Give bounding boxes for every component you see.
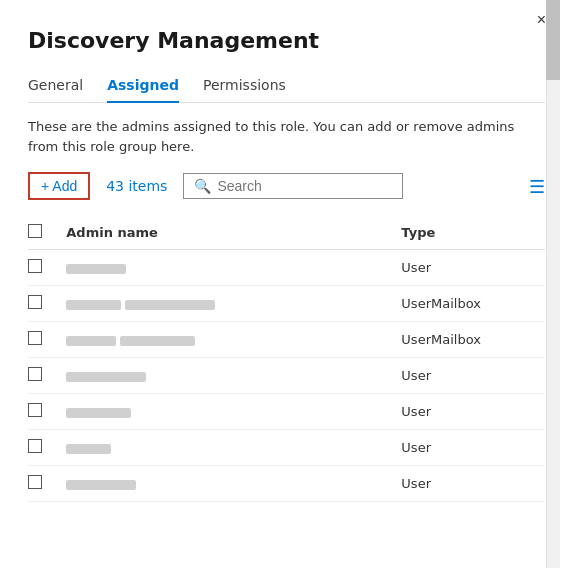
col-header-checkbox: [28, 216, 66, 250]
row-checkbox[interactable]: [28, 439, 42, 453]
admin-name-cell: [66, 250, 401, 286]
admin-table: Admin name Type User UserMailbox UserMai…: [28, 216, 545, 502]
admin-name-cell: [66, 322, 401, 358]
row-checkbox[interactable]: [28, 331, 42, 345]
tab-bar: General Assigned Permissions: [28, 71, 545, 103]
admin-type-cell: User: [401, 394, 545, 430]
admin-type-cell: User: [401, 358, 545, 394]
table-row: User: [28, 394, 545, 430]
admin-type-cell: User: [401, 430, 545, 466]
items-count: 43 items: [106, 178, 167, 194]
admin-type-cell: UserMailbox: [401, 322, 545, 358]
admin-type-cell: User: [401, 250, 545, 286]
search-icon: 🔍: [194, 178, 211, 194]
admin-name-cell: [66, 358, 401, 394]
filter-icon[interactable]: ☰: [529, 176, 545, 197]
row-checkbox[interactable]: [28, 475, 42, 489]
admin-name-cell: [66, 394, 401, 430]
row-checkbox[interactable]: [28, 403, 42, 417]
admin-name-cell: [66, 430, 401, 466]
col-header-admin-name: Admin name: [66, 216, 401, 250]
select-all-checkbox[interactable]: [28, 224, 42, 238]
search-box[interactable]: 🔍: [183, 173, 403, 199]
admin-type-cell: UserMailbox: [401, 286, 545, 322]
table-row: User: [28, 430, 545, 466]
row-checkbox[interactable]: [28, 367, 42, 381]
table-row: User: [28, 466, 545, 502]
admin-type-cell: User: [401, 466, 545, 502]
col-header-type: Type: [401, 216, 545, 250]
table-row: UserMailbox: [28, 322, 545, 358]
admin-name-cell: [66, 286, 401, 322]
search-input[interactable]: [217, 178, 392, 194]
description-text: These are the admins assigned to this ro…: [28, 117, 545, 156]
tab-general[interactable]: General: [28, 71, 83, 103]
table-row: UserMailbox: [28, 286, 545, 322]
close-button[interactable]: ×: [537, 12, 546, 28]
toolbar: + Add 43 items 🔍 ☰: [28, 172, 545, 200]
row-checkbox[interactable]: [28, 259, 42, 273]
add-button[interactable]: + Add: [28, 172, 90, 200]
table-row: User: [28, 250, 545, 286]
table-row: User: [28, 358, 545, 394]
row-checkbox[interactable]: [28, 295, 42, 309]
page-title: Discovery Management: [28, 28, 545, 53]
tab-assigned[interactable]: Assigned: [107, 71, 179, 103]
tab-permissions[interactable]: Permissions: [203, 71, 286, 103]
admin-name-cell: [66, 466, 401, 502]
